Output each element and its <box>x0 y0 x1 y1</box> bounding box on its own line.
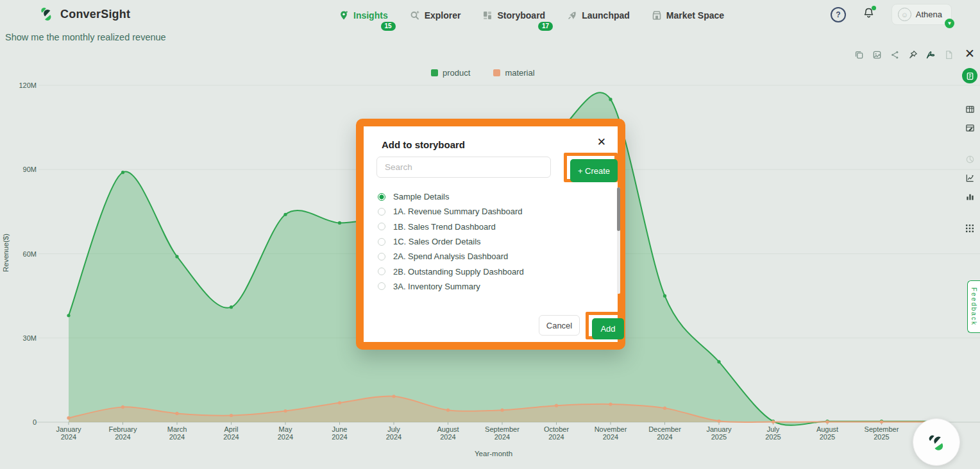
option-sales-order[interactable]: 1C. Sales Order Details <box>378 234 524 249</box>
modal-scrollbar-thumb[interactable] <box>617 187 620 231</box>
file-export-icon[interactable] <box>943 49 954 60</box>
svg-text:November: November <box>595 425 627 433</box>
conversight-logo[interactable]: ConverSight <box>37 5 130 23</box>
x-axis-labels: January2024February2024March2024April202… <box>56 422 952 441</box>
radio-icon[interactable] <box>378 253 385 260</box>
radio-icon[interactable] <box>378 223 385 230</box>
storyboard-search-input[interactable] <box>376 157 551 178</box>
legend-item-product[interactable]: product <box>431 68 470 78</box>
svg-text:2024: 2024 <box>332 433 347 441</box>
notification-dot <box>872 6 876 10</box>
share-icon[interactable] <box>889 49 900 60</box>
svg-text:2024: 2024 <box>603 433 618 441</box>
svg-text:2025: 2025 <box>874 433 889 441</box>
nav-market-space[interactable]: Market Space <box>652 10 724 21</box>
y-axis-labels: 120M90M60M30M0 <box>19 81 37 426</box>
svg-text:June: June <box>332 425 348 433</box>
svg-text:30M: 30M <box>23 334 37 342</box>
modal-title: Add to storyboard <box>382 139 465 150</box>
svg-text:October: October <box>544 425 569 433</box>
option-revenue-summary[interactable]: 1A. Revenue Summary Dashboard <box>378 204 524 219</box>
nav-explorer[interactable]: Explorer <box>410 10 461 21</box>
modal-close-icon[interactable]: ✕ <box>597 135 606 149</box>
radio-icon[interactable] <box>378 208 385 216</box>
radio-icon[interactable] <box>378 282 385 290</box>
sidebar-table-icon[interactable] <box>965 104 976 115</box>
nav-label: Insights <box>353 10 388 21</box>
svg-text:2024: 2024 <box>494 433 510 441</box>
svg-text:2024: 2024 <box>440 433 455 441</box>
header-right: ? ☺ Athena ▼ <box>831 4 952 25</box>
svg-text:2025: 2025 <box>765 433 781 441</box>
svg-text:90M: 90M <box>23 166 37 173</box>
sidebar-storyboard-active-button[interactable] <box>962 68 977 83</box>
svg-text:March: March <box>167 425 187 433</box>
explorer-icon <box>410 10 420 21</box>
insights-count-badge: 15 <box>381 22 396 31</box>
insights-icon <box>339 10 349 21</box>
svg-text:August: August <box>437 425 459 433</box>
launchpad-icon <box>567 10 577 21</box>
conversight-bubble-icon <box>924 430 949 454</box>
svg-text:December: December <box>648 425 681 433</box>
radio-icon[interactable] <box>378 193 385 201</box>
pdf-export-icon[interactable] <box>925 49 936 60</box>
notifications-button[interactable] <box>863 7 875 22</box>
create-button[interactable]: + Create <box>570 159 618 182</box>
sidebar-apps-grid-icon[interactable] <box>965 223 976 234</box>
svg-text:120M: 120M <box>19 81 37 89</box>
add-to-storyboard-modal: Add to storyboard ✕ + Create Sample Deta… <box>356 119 625 350</box>
option-sales-trend[interactable]: 1B. Sales Trend Dashboard <box>378 219 524 234</box>
sidebar-pie-chart-icon[interactable] <box>965 154 976 165</box>
add-button[interactable]: Add <box>592 318 624 339</box>
user-name: Athena <box>916 10 942 19</box>
market-space-icon <box>652 10 662 21</box>
option-inventory-summary[interactable]: 3A. Inventory Summary <box>378 279 524 294</box>
legend-label: material <box>505 68 534 78</box>
pin-icon[interactable] <box>907 49 918 60</box>
nav-launchpad[interactable]: Launchpad <box>567 10 630 21</box>
copy-icon[interactable] <box>853 49 865 60</box>
svg-text:May: May <box>279 425 292 433</box>
avatar-icon: ☺ <box>898 8 911 21</box>
modal-scrollbar-track[interactable] <box>617 187 620 294</box>
nav-label: Launchpad <box>582 10 630 21</box>
material-swatch <box>493 69 500 76</box>
svg-text:2024: 2024 <box>657 433 672 441</box>
y-axis-title: Revenue($) <box>2 230 10 276</box>
sidebar-table-edit-icon[interactable] <box>965 123 976 133</box>
logo-text: ConverSight <box>60 8 130 21</box>
screenshot-icon[interactable] <box>871 49 883 60</box>
legend-item-material[interactable]: material <box>493 68 534 78</box>
svg-text:60M: 60M <box>23 250 37 258</box>
svg-text:2024: 2024 <box>548 433 564 441</box>
radio-icon[interactable] <box>378 268 385 275</box>
nav-label: Explorer <box>425 10 461 21</box>
user-menu[interactable]: ☺ Athena ▼ <box>891 4 952 25</box>
storyboard-options-list: Sample Details 1A. Revenue Summary Dashb… <box>378 189 524 294</box>
sidebar-line-chart-icon[interactable] <box>965 173 976 183</box>
feedback-tab[interactable]: Feedback <box>967 280 980 333</box>
option-spend-analysis[interactable]: 2A. Spend Analysis Dashboard <box>378 249 524 264</box>
radio-icon[interactable] <box>378 238 385 246</box>
svg-text:2024: 2024 <box>169 433 185 441</box>
help-icon[interactable]: ? <box>831 7 846 22</box>
svg-text:February: February <box>108 425 137 433</box>
nav-label: Storyboard <box>497 10 545 21</box>
option-outstanding-supply[interactable]: 2B. Outstanding Supply Dashboard <box>378 264 524 278</box>
option-sample-details[interactable]: Sample Details <box>378 189 524 204</box>
legend-label: product <box>443 68 470 78</box>
svg-text:2024: 2024 <box>115 433 130 441</box>
nav-storyboard[interactable]: Storyboard 17 <box>482 10 545 21</box>
svg-text:September: September <box>865 425 899 433</box>
sidebar-bar-chart-icon[interactable] <box>965 191 976 202</box>
nav-label: Market Space <box>666 10 724 21</box>
svg-text:2024: 2024 <box>61 433 76 441</box>
cancel-button[interactable]: Cancel <box>539 315 580 336</box>
close-insight-icon[interactable]: ✕ <box>965 47 975 60</box>
svg-text:April: April <box>224 425 238 433</box>
svg-text:January: January <box>56 425 81 433</box>
right-sidebar <box>961 68 979 234</box>
athena-chat-bubble[interactable] <box>913 418 960 466</box>
nav-insights[interactable]: Insights 15 <box>339 10 388 21</box>
